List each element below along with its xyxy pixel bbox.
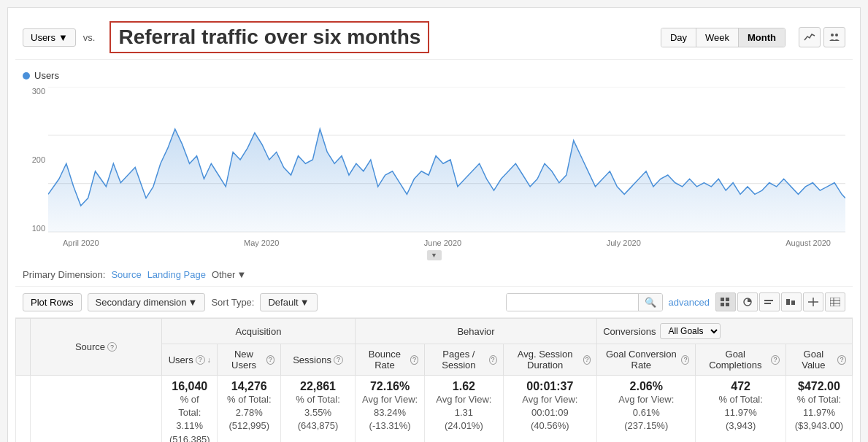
search-icon: 🔍 bbox=[645, 297, 656, 308]
landing-page-link[interactable]: Landing Page bbox=[147, 269, 206, 280]
totals-goal-value-main: $472.00 bbox=[792, 380, 846, 393]
behavior-group-header: Behavior bbox=[355, 319, 596, 344]
other-label: Other bbox=[212, 269, 236, 280]
y-axis: 300 200 100 bbox=[23, 87, 48, 247]
totals-new-users-main: 14,276 bbox=[223, 380, 274, 393]
day-button[interactable]: Day bbox=[661, 28, 696, 47]
svg-point-0 bbox=[831, 34, 834, 36]
goal-completions-col-header: Goal Completions ? bbox=[696, 344, 786, 376]
users-select-button[interactable]: Users ▼ bbox=[23, 28, 76, 47]
goal-completions-help-icon[interactable]: ? bbox=[771, 355, 780, 365]
totals-new-users-cell: 14,276 % of Total: 2.78% (512,995) bbox=[218, 376, 281, 443]
totals-avg-session-sub: Avg for View: 00:01:09 (40.56%) bbox=[522, 395, 577, 430]
totals-pages-session-sub: Avg for View: 1.31 (24.01%) bbox=[436, 395, 491, 430]
source-help-icon[interactable]: ? bbox=[107, 342, 117, 352]
users-select-label: Users bbox=[31, 32, 55, 43]
sessions-help-icon[interactable]: ? bbox=[334, 355, 343, 365]
chevron-down-icon: ▼ bbox=[58, 32, 68, 43]
bounce-rate-help-icon[interactable]: ? bbox=[410, 355, 418, 365]
goal-completions-col-label: Goal Completions bbox=[702, 349, 769, 371]
source-header: Source ? bbox=[31, 319, 162, 376]
month-button[interactable]: Month bbox=[739, 28, 785, 47]
table-view-button[interactable] bbox=[825, 292, 845, 311]
pivot-view-button[interactable] bbox=[803, 292, 823, 311]
pages-session-help-icon[interactable]: ? bbox=[489, 355, 497, 365]
acquisition-label: Acquisition bbox=[236, 326, 282, 337]
totals-pages-session-cell: 1.62 Avg for View: 1.31 (24.01%) bbox=[425, 376, 503, 443]
bar-icon bbox=[764, 298, 775, 306]
plot-rows-button[interactable]: Plot Rows bbox=[23, 293, 82, 311]
pie-view-button[interactable] bbox=[737, 292, 758, 311]
legend-dot bbox=[23, 72, 30, 80]
analytics-container: Users ▼ vs. Referral traffic over six mo… bbox=[7, 7, 861, 442]
x-label-may: May 2020 bbox=[244, 239, 279, 247]
svg-rect-11 bbox=[764, 300, 773, 301]
users-col-header: Users ? ↓ bbox=[162, 344, 218, 376]
new-users-help-icon[interactable]: ? bbox=[266, 355, 275, 365]
grid-view-button[interactable] bbox=[715, 292, 736, 311]
advanced-link[interactable]: advanced bbox=[669, 297, 710, 308]
totals-sessions-sub: % of Total: 3.55% (643,875) bbox=[296, 395, 339, 430]
bounce-rate-col-label: Bounce Rate bbox=[361, 349, 408, 371]
compare-view-button[interactable] bbox=[781, 292, 802, 311]
svg-rect-9 bbox=[726, 303, 729, 306]
totals-row: 16,040 % of Total: 3.11% (516,385) 14,27… bbox=[16, 376, 853, 443]
dimension-bar: Primary Dimension: Source Landing Page O… bbox=[15, 263, 853, 287]
secondary-dimension-dropdown[interactable]: Secondary dimension ▼ bbox=[88, 293, 206, 311]
all-goals-select[interactable]: All Goals bbox=[660, 323, 721, 339]
people-icon-button[interactable] bbox=[823, 27, 845, 47]
x-label-june: June 2020 bbox=[424, 239, 461, 247]
sort-type-dropdown[interactable]: Default ▼ bbox=[260, 293, 317, 311]
sessions-col-header: Sessions ? bbox=[281, 344, 356, 376]
period-buttons-group: Day Week Month bbox=[661, 28, 786, 47]
scroll-down-button[interactable]: ▼ bbox=[427, 250, 442, 260]
checkbox-header bbox=[16, 319, 31, 376]
users-help-icon[interactable]: ? bbox=[196, 355, 205, 365]
chart-legend: Users bbox=[23, 67, 845, 84]
avg-session-col-label: Avg. Session Duration bbox=[510, 349, 581, 371]
svg-rect-12 bbox=[764, 303, 771, 304]
acquisition-group-header: Acquisition bbox=[162, 319, 356, 344]
svg-rect-17 bbox=[830, 298, 840, 306]
source-link[interactable]: Source bbox=[111, 269, 141, 280]
pages-session-col-header: Pages / Session ? bbox=[425, 344, 503, 376]
goal-conv-rate-col-header: Goal Conversion Rate ? bbox=[597, 344, 696, 376]
x-label-august: August 2020 bbox=[786, 239, 831, 247]
behavior-label: Behavior bbox=[457, 326, 494, 337]
totals-sessions-cell: 22,861 % of Total: 3.55% (643,875) bbox=[281, 376, 356, 443]
conversions-group-header: Conversions All Goals bbox=[597, 319, 853, 344]
totals-goal-conv-rate-cell: 2.06% Avg for View: 0.61% (237.15%) bbox=[597, 376, 696, 443]
x-label-july: July 2020 bbox=[607, 239, 641, 247]
avg-session-col-header: Avg. Session Duration ? bbox=[503, 344, 597, 376]
legend-label: Users bbox=[34, 70, 59, 81]
totals-pages-session-main: 1.62 bbox=[431, 380, 496, 393]
svg-rect-13 bbox=[786, 299, 790, 305]
totals-sessions-main: 22,861 bbox=[287, 380, 349, 393]
chart-header: Users ▼ vs. Referral traffic over six mo… bbox=[15, 15, 853, 60]
other-dropdown[interactable]: Other ▼ bbox=[212, 269, 246, 280]
sessions-col-label: Sessions bbox=[293, 354, 331, 365]
chart-wrapper: 300 200 100 bbox=[23, 87, 845, 247]
bar-view-button[interactable] bbox=[759, 292, 780, 311]
vs-label: vs. bbox=[83, 32, 96, 43]
primary-dimension-label: Primary Dimension: bbox=[23, 269, 105, 280]
search-input[interactable] bbox=[507, 294, 638, 311]
totals-source-cell bbox=[31, 376, 162, 443]
totals-users-main: 16,040 bbox=[168, 380, 211, 393]
avg-session-help-icon[interactable]: ? bbox=[583, 355, 591, 365]
totals-goal-completions-sub: % of Total: 11.97% (3,943) bbox=[718, 395, 762, 430]
svg-rect-6 bbox=[721, 298, 724, 301]
goal-conv-rate-help-icon[interactable]: ? bbox=[681, 355, 689, 365]
new-users-col-label: New Users bbox=[223, 349, 264, 371]
svg-rect-7 bbox=[726, 298, 729, 301]
totals-goal-completions-main: 472 bbox=[702, 380, 780, 393]
week-button[interactable]: Week bbox=[696, 28, 739, 47]
goal-value-col-label: Goal Value bbox=[792, 349, 835, 371]
search-button[interactable]: 🔍 bbox=[638, 294, 662, 311]
chevron-down-icon-sort: ▼ bbox=[300, 297, 310, 308]
compare-icon bbox=[786, 298, 796, 306]
goal-value-help-icon[interactable]: ? bbox=[837, 355, 846, 365]
source-col-label: Source bbox=[75, 341, 105, 352]
totals-goal-conv-rate-main: 2.06% bbox=[603, 380, 689, 393]
line-chart-icon-button[interactable] bbox=[799, 27, 821, 47]
